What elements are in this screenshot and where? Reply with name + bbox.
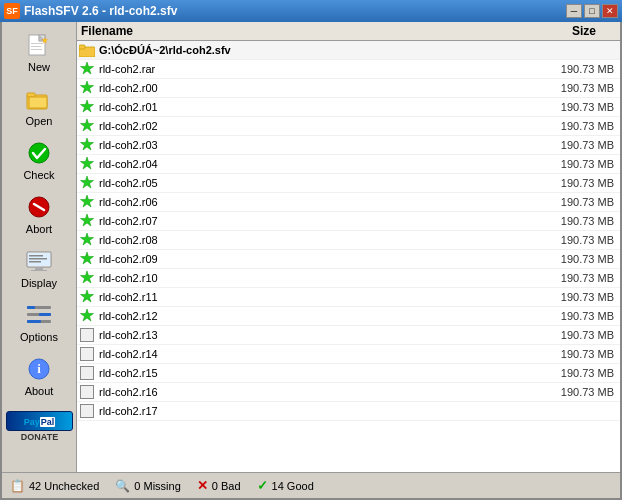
file-size: 190.73 MB: [538, 158, 618, 170]
file-name: rld-coh2.r10: [99, 272, 538, 284]
table-row[interactable]: rld-coh2.r09190.73 MB: [77, 250, 620, 269]
file-size: 190.73 MB: [538, 120, 618, 132]
check-icon: [79, 118, 95, 134]
file-size: 190.73 MB: [538, 215, 618, 227]
table-row[interactable]: rld-coh2.r07190.73 MB: [77, 212, 620, 231]
window-controls: ─ □ ✕: [566, 4, 618, 18]
table-row[interactable]: rld-coh2.r17: [77, 402, 620, 421]
svg-marker-36: [81, 176, 94, 188]
about-icon: i: [23, 355, 55, 383]
file-size: 190.73 MB: [538, 139, 618, 151]
sidebar-item-check[interactable]: Check: [4, 134, 74, 186]
table-row[interactable]: rld-coh2.r15190.73 MB: [77, 364, 620, 383]
table-row[interactable]: rld-coh2.r13190.73 MB: [77, 326, 620, 345]
app-icon: SF: [4, 3, 20, 19]
file-name: rld-coh2.r15: [99, 367, 538, 379]
donate-label: DONATE: [6, 432, 73, 442]
table-row[interactable]: rld-coh2.rar190.73 MB: [77, 60, 620, 79]
file-name: rld-coh2.r07: [99, 215, 538, 227]
svg-rect-8: [27, 93, 35, 97]
check-icon: [79, 213, 95, 229]
svg-rect-23: [39, 313, 51, 316]
svg-rect-19: [31, 270, 47, 271]
file-size: 190.73 MB: [538, 82, 618, 94]
good-label: 14 Good: [272, 480, 314, 492]
file-name: rld-coh2.r17: [99, 405, 538, 417]
file-name: rld-coh2.r12: [99, 310, 538, 322]
paypal-label-dark: Pal: [40, 417, 56, 427]
paypal-section: PayPal DONATE: [6, 411, 73, 442]
table-row[interactable]: rld-coh2.r16190.73 MB: [77, 383, 620, 402]
check-icon: [79, 137, 95, 153]
file-size: 190.73 MB: [538, 386, 618, 398]
file-size: 190.73 MB: [538, 63, 618, 75]
table-row[interactable]: rld-coh2.r03190.73 MB: [77, 136, 620, 155]
file-name: rld-coh2.rar: [99, 63, 538, 75]
sidebar-item-options[interactable]: Options: [4, 296, 74, 348]
file-name: rld-coh2.r06: [99, 196, 538, 208]
options-icon: [23, 301, 55, 329]
file-name: rld-coh2.r13: [99, 329, 538, 341]
svg-marker-38: [81, 214, 94, 226]
svg-marker-33: [81, 119, 94, 131]
table-row[interactable]: rld-coh2.r08190.73 MB: [77, 231, 620, 250]
bad-label: 0 Bad: [212, 480, 241, 492]
table-row[interactable]: rld-coh2.r10190.73 MB: [77, 269, 620, 288]
check-icon: [79, 175, 95, 191]
check-icon: [79, 289, 95, 305]
file-name: rld-coh2.r16: [99, 386, 538, 398]
good-icon: ✓: [257, 478, 268, 493]
svg-marker-31: [81, 81, 94, 93]
table-row[interactable]: rld-coh2.r06190.73 MB: [77, 193, 620, 212]
unchecked-icon: 📋: [10, 479, 25, 493]
sidebar-item-abort[interactable]: Abort: [4, 188, 74, 240]
table-row[interactable]: rld-coh2.r14190.73 MB: [77, 345, 620, 364]
svg-marker-39: [81, 233, 94, 245]
file-size: 190.73 MB: [538, 367, 618, 379]
svg-text:i: i: [37, 361, 41, 376]
table-row[interactable]: rld-coh2.r00190.73 MB: [77, 79, 620, 98]
svg-marker-43: [81, 309, 94, 321]
status-unchecked: 📋 42 Unchecked: [10, 479, 99, 493]
minimize-button[interactable]: ─: [566, 4, 582, 18]
table-row[interactable]: rld-coh2.r05190.73 MB: [77, 174, 620, 193]
table-row[interactable]: rld-coh2.r02190.73 MB: [77, 117, 620, 136]
file-name: rld-coh2.r14: [99, 348, 538, 360]
paypal-button[interactable]: PayPal: [6, 411, 73, 431]
check-icon: [79, 80, 95, 96]
folder-row[interactable]: G:\ÓcÐÚÁ~2\rld-coh2.sfv: [77, 41, 620, 60]
file-list-header: Filename Size: [77, 22, 620, 41]
file-size: 190.73 MB: [538, 272, 618, 284]
abort-icon: [23, 193, 55, 221]
table-row[interactable]: rld-coh2.r12190.73 MB: [77, 307, 620, 326]
table-row[interactable]: rld-coh2.r11190.73 MB: [77, 288, 620, 307]
options-label: Options: [20, 331, 58, 343]
unchecked-icon: [79, 346, 95, 362]
close-button[interactable]: ✕: [602, 4, 618, 18]
file-size: 190.73 MB: [538, 253, 618, 265]
abort-label: Abort: [26, 223, 52, 235]
file-list[interactable]: G:\ÓcÐÚÁ~2\rld-coh2.sfv rld-coh2.rar190.…: [77, 41, 620, 472]
check-label: Check: [23, 169, 54, 181]
main-window: New Open: [0, 22, 622, 500]
maximize-button[interactable]: □: [584, 4, 600, 18]
paypal-label-blue: Pay: [24, 417, 40, 427]
display-label: Display: [21, 277, 57, 289]
svg-rect-3: [31, 43, 43, 44]
file-size: 190.73 MB: [538, 348, 618, 360]
sidebar-item-open[interactable]: Open: [4, 80, 74, 132]
svg-marker-30: [81, 62, 94, 74]
sidebar-item-display[interactable]: Display: [4, 242, 74, 294]
title-bar-title: SF FlashSFV 2.6 - rld-coh2.sfv: [4, 3, 177, 19]
table-row[interactable]: rld-coh2.r04190.73 MB: [77, 155, 620, 174]
check-icon: [79, 308, 95, 324]
title-bar: SF FlashSFV 2.6 - rld-coh2.sfv ─ □ ✕: [0, 0, 622, 22]
window-title: FlashSFV 2.6 - rld-coh2.sfv: [24, 4, 177, 18]
sidebar-item-about[interactable]: i About: [4, 350, 74, 402]
check-icon: [79, 99, 95, 115]
table-row[interactable]: rld-coh2.r01190.73 MB: [77, 98, 620, 117]
sidebar-item-new[interactable]: New: [4, 26, 74, 78]
file-size: 190.73 MB: [538, 177, 618, 189]
file-name: rld-coh2.r04: [99, 158, 538, 170]
svg-rect-5: [31, 49, 42, 50]
